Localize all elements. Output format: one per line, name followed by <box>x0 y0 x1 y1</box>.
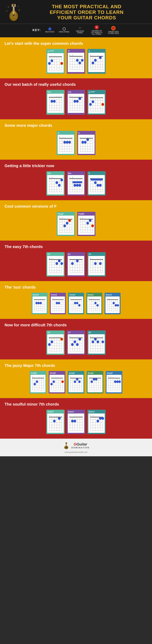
svg-point-483 <box>34 383 36 385</box>
svg-text:♫: ♫ <box>18 8 20 11</box>
svg-text:○: ○ <box>54 298 55 299</box>
section-sus: The 'sus' chords Esus4 ○ ○ ○ <box>0 281 152 319</box>
svg-rect-204 <box>72 181 82 183</box>
chord-card-am: Am ✕ ○ ○ ○ <box>67 90 85 115</box>
svg-text:✕: ✕ <box>32 376 33 378</box>
chord-name-e: E <box>78 132 95 134</box>
chord-card-fadd9: Fadd9 ✕ ✕ ○ ○ <box>77 212 95 236</box>
chords-row-really-useful: Em ○ ○ ○ ○ <box>4 90 148 115</box>
key-root-note: ROOT NOTE <box>45 28 54 33</box>
chord-card-e7: E7 ○ ○ ○ ○ <box>67 252 85 276</box>
svg-point-406 <box>117 304 119 306</box>
svg-text:✕: ✕ <box>92 415 94 417</box>
chord-grid-am: ✕ ○ ○ ○ <box>68 94 84 113</box>
chord-card-asus4: Asus4 ✕ ○ ○ <box>68 293 84 314</box>
svg-point-60 <box>81 59 84 62</box>
svg-point-205 <box>74 184 76 187</box>
svg-point-224 <box>99 184 102 187</box>
svg-point-279 <box>58 260 61 262</box>
chord-name-e7: E7 <box>68 253 84 255</box>
page-title: THE MOST PRACTICAL AND EFFICIENT ORDER T… <box>26 4 148 20</box>
svg-point-132 <box>89 103 92 106</box>
kill-string-icon: ✕ <box>95 25 99 30</box>
chords-row-super-common: G"rock" ○ ○ ○ <box>4 49 148 74</box>
svg-text:○: ○ <box>51 415 52 417</box>
svg-point-134 <box>102 103 104 106</box>
header: ♪ ♩ ♫ ♬ THE MOST PRACTICAL AND EFFICIENT… <box>0 0 152 24</box>
chord-diagram-emin7: ○ ○ ○ ○ ○ <box>68 414 84 432</box>
svg-point-11 <box>12 5 13 6</box>
open-string-label: OPEN STRING <box>59 31 69 33</box>
svg-text:○: ○ <box>90 136 90 138</box>
chord-name-a7: A7 <box>88 253 105 255</box>
svg-text:✕: ✕ <box>110 376 111 378</box>
chord-diagram-amin7: ✕ ○ ○ ○ ○ <box>48 414 63 432</box>
unplayed-string-label: UNPLAYED STRING <box>74 30 86 34</box>
svg-point-521 <box>78 380 81 383</box>
key-label: KEY: <box>32 28 41 32</box>
chord-name-d: D <box>68 50 84 52</box>
chord-card-b7: B7 ✕ ○ ○ ○ <box>87 330 106 355</box>
svg-text:○: ○ <box>92 258 93 259</box>
chord-grid-dmaj7: ✕ ✕ ○ <box>107 375 122 392</box>
svg-text:○: ○ <box>77 258 78 259</box>
svg-text:○: ○ <box>102 258 103 259</box>
chord-diagram-cmaj7: ✕ ○ ○ ○ ○ <box>31 376 45 391</box>
svg-point-222 <box>94 181 97 184</box>
chord-name-cmaj7: Cmaj7 <box>30 372 45 374</box>
svg-point-243 <box>68 219 71 222</box>
svg-text:○: ○ <box>95 415 96 417</box>
svg-text:✕: ✕ <box>70 376 71 378</box>
chord-grid-bm: ✕ ② <box>68 175 84 194</box>
svg-text:✕: ✕ <box>108 376 109 378</box>
chord-diagram-esus4: ○ ○ ○ <box>33 298 46 312</box>
svg-text:○: ○ <box>59 336 59 338</box>
svg-text:○: ○ <box>96 376 97 378</box>
svg-text:○: ○ <box>51 55 52 56</box>
svg-point-443 <box>74 340 76 343</box>
footer-guitar-icon <box>62 442 70 449</box>
section-jazzy-7th: The jazzy Major 7th chords Cmaj7 ✕ ○ ○ ○… <box>0 360 152 398</box>
chord-card-dsus4: Dsus4 ✕ ✕ ○ <box>105 293 121 314</box>
svg-point-79 <box>99 56 102 59</box>
chord-name-amin7: Amin7 <box>47 410 64 413</box>
section-easy-7th: The easy 7th chords D7 ✕ ✕ ○ <box>0 240 152 281</box>
chord-grid-a7: ✕ ○ ○ ○ ○ <box>88 256 105 275</box>
svg-point-151 <box>66 141 69 144</box>
svg-text:○: ○ <box>92 54 93 56</box>
chord-grid-d7: ✕ ✕ ○ <box>47 256 64 275</box>
chord-card-f: F <box>87 171 106 196</box>
svg-point-353 <box>58 302 60 304</box>
svg-text:○: ○ <box>71 136 72 138</box>
svg-text:○: ○ <box>56 415 57 417</box>
chord-card-emin7: Emin7 ○ ○ ○ ○ ○ <box>67 410 85 434</box>
svg-point-501 <box>50 383 53 385</box>
svg-text:○: ○ <box>40 298 41 299</box>
svg-text:✕: ✕ <box>90 415 91 417</box>
svg-point-371 <box>78 304 80 306</box>
chord-diagram-bm: ✕ ② <box>68 176 84 193</box>
svg-text:○: ○ <box>113 376 113 378</box>
chords-row-sus: Esus4 ○ ○ ○ <box>4 293 148 314</box>
svg-point-503 <box>61 380 64 383</box>
chord-diagram-b7: ✕ ○ ○ ○ <box>89 335 104 352</box>
chord-diagram-asus4: ✕ ○ ○ <box>70 298 83 312</box>
svg-point-297 <box>71 262 74 265</box>
svg-text:✕: ✕ <box>109 298 110 299</box>
chord-diagram-f <box>89 176 104 193</box>
section-title-more-major: Some more major chords <box>4 123 148 128</box>
chord-name-dm: Dm <box>47 172 64 174</box>
chord-grid-f <box>88 175 105 194</box>
unplayed-string-icon <box>78 27 81 30</box>
svg-point-596 <box>74 420 76 422</box>
chords-row-easy-7th: D7 ✕ ✕ ○ <box>4 252 148 276</box>
svg-text:✕: ✕ <box>90 336 91 338</box>
svg-point-444 <box>76 343 79 346</box>
svg-text:○: ○ <box>54 55 55 56</box>
svg-text:○: ○ <box>102 54 103 56</box>
root-note-label: ROOT NOTE <box>45 31 54 33</box>
svg-text:✕: ✕ <box>49 415 50 417</box>
svg-point-614 <box>102 417 104 420</box>
svg-point-260 <box>86 222 89 224</box>
svg-point-388 <box>96 304 99 306</box>
